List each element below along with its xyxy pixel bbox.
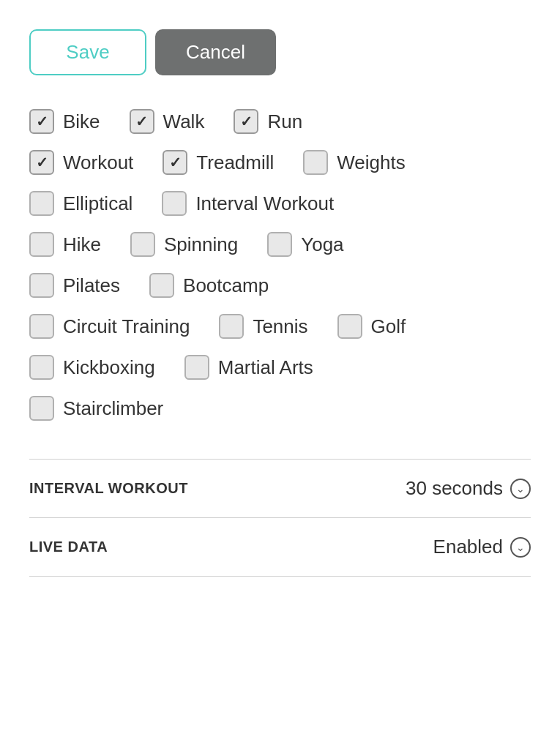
checkbox-martial_arts[interactable] xyxy=(184,355,209,380)
checkbox-item-workout[interactable]: Workout xyxy=(29,150,133,175)
checkbox-item-bike[interactable]: Bike xyxy=(29,109,100,134)
checkbox-row: EllipticalInterval Workout xyxy=(29,191,531,216)
checkbox-bootcamp[interactable] xyxy=(149,273,174,298)
checkbox-row: HikeSpinningYoga xyxy=(29,232,531,257)
checkbox-item-stairclimber[interactable]: Stairclimber xyxy=(29,396,163,421)
chevron-down-icon-live_data[interactable]: ⌄ xyxy=(510,537,531,558)
checkbox-kickboxing[interactable] xyxy=(29,355,54,380)
checkbox-label-hike: Hike xyxy=(63,233,101,256)
settings-label-live_data: LIVE DATA xyxy=(29,539,108,555)
checkbox-label-martial_arts: Martial Arts xyxy=(218,356,313,379)
cancel-button[interactable]: Cancel xyxy=(155,29,276,75)
checkbox-label-pilates: Pilates xyxy=(63,274,120,297)
settings-section: INTERVAL WORKOUT30 seconds⌄LIVE DATAEnab… xyxy=(29,451,531,584)
settings-value-interval_workout: 30 seconds xyxy=(406,477,503,500)
checkbox-item-treadmill[interactable]: Treadmill xyxy=(163,150,274,175)
checkbox-item-tennis[interactable]: Tennis xyxy=(219,314,307,339)
settings-row-live_data[interactable]: LIVE DATAEnabled⌄ xyxy=(29,518,531,577)
checkbox-circuit_training[interactable] xyxy=(29,314,54,339)
checkbox-workout[interactable] xyxy=(29,150,54,175)
checkbox-label-tennis: Tennis xyxy=(253,315,307,338)
checkbox-row: BikeWalkRun xyxy=(29,109,531,134)
save-button[interactable]: Save xyxy=(29,29,146,75)
checkbox-label-walk: Walk xyxy=(163,110,205,133)
checkbox-item-elliptical[interactable]: Elliptical xyxy=(29,191,132,216)
checkbox-item-bootcamp[interactable]: Bootcamp xyxy=(149,273,269,298)
checkbox-item-golf[interactable]: Golf xyxy=(337,314,406,339)
checkbox-label-treadmill: Treadmill xyxy=(196,151,274,174)
checkbox-stairclimber[interactable] xyxy=(29,396,54,421)
checkbox-item-pilates[interactable]: Pilates xyxy=(29,273,120,298)
checkbox-item-spinning[interactable]: Spinning xyxy=(130,232,238,257)
checkbox-yoga[interactable] xyxy=(267,232,292,257)
checkbox-label-elliptical: Elliptical xyxy=(63,192,132,215)
settings-value-live_data: Enabled xyxy=(433,536,503,558)
checkbox-tennis[interactable] xyxy=(219,314,244,339)
checkbox-item-hike[interactable]: Hike xyxy=(29,232,101,257)
checkbox-run[interactable] xyxy=(234,109,258,134)
settings-row-interval_workout[interactable]: INTERVAL WORKOUT30 seconds⌄ xyxy=(29,459,531,518)
checkbox-label-run: Run xyxy=(267,110,302,133)
checkbox-row: KickboxingMartial Arts xyxy=(29,355,531,380)
checkbox-label-kickboxing: Kickboxing xyxy=(63,356,155,379)
checkbox-label-stairclimber: Stairclimber xyxy=(63,397,163,420)
settings-label-interval_workout: INTERVAL WORKOUT xyxy=(29,480,188,497)
chevron-down-icon-interval_workout[interactable]: ⌄ xyxy=(510,479,531,499)
checkbox-label-weights: Weights xyxy=(337,151,405,174)
checkbox-label-spinning: Spinning xyxy=(164,233,238,256)
checkbox-elliptical[interactable] xyxy=(29,191,54,216)
checkbox-row: Circuit TrainingTennisGolf xyxy=(29,314,531,339)
checkbox-bike[interactable] xyxy=(29,109,54,134)
checkbox-label-circuit_training: Circuit Training xyxy=(63,315,190,338)
checkbox-label-workout: Workout xyxy=(63,151,133,174)
checkbox-row: WorkoutTreadmillWeights xyxy=(29,150,531,175)
checkbox-item-martial_arts[interactable]: Martial Arts xyxy=(184,355,313,380)
checkbox-golf[interactable] xyxy=(337,314,362,339)
checkbox-label-interval_workout: Interval Workout xyxy=(195,192,334,215)
toolbar: Save Cancel xyxy=(29,29,531,75)
checkbox-item-walk[interactable]: Walk xyxy=(130,109,205,134)
checkbox-item-run[interactable]: Run xyxy=(234,109,302,134)
checkbox-label-bike: Bike xyxy=(63,110,100,133)
checkbox-label-yoga: Yoga xyxy=(301,233,343,256)
checkbox-item-interval_workout[interactable]: Interval Workout xyxy=(162,191,334,216)
checkbox-pilates[interactable] xyxy=(29,273,54,298)
checkbox-row: PilatesBootcamp xyxy=(29,273,531,298)
checkbox-item-kickboxing[interactable]: Kickboxing xyxy=(29,355,155,380)
checkbox-walk[interactable] xyxy=(130,109,154,134)
checkboxes-section: BikeWalkRunWorkoutTreadmillWeightsEllipt… xyxy=(29,102,531,451)
settings-value-container-live_data: Enabled⌄ xyxy=(433,536,531,558)
checkbox-weights[interactable] xyxy=(303,150,328,175)
checkbox-label-golf: Golf xyxy=(371,315,406,338)
checkbox-hike[interactable] xyxy=(29,232,54,257)
settings-value-container-interval_workout: 30 seconds⌄ xyxy=(406,477,531,500)
checkbox-spinning[interactable] xyxy=(130,232,155,257)
checkbox-item-weights[interactable]: Weights xyxy=(303,150,405,175)
checkbox-interval_workout[interactable] xyxy=(162,191,187,216)
checkbox-label-bootcamp: Bootcamp xyxy=(183,274,269,297)
checkbox-item-yoga[interactable]: Yoga xyxy=(267,232,343,257)
checkbox-row: Stairclimber xyxy=(29,396,531,421)
checkbox-treadmill[interactable] xyxy=(163,150,187,175)
checkbox-item-circuit_training[interactable]: Circuit Training xyxy=(29,314,190,339)
